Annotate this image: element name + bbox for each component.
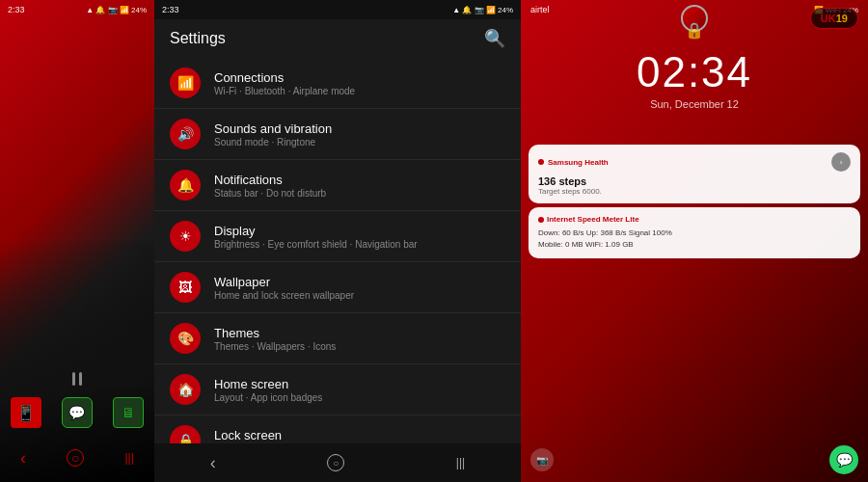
notification-cards: Samsung Health › 136 steps Target steps …: [529, 145, 860, 258]
display-title: Display: [214, 224, 418, 238]
connections-subtitle: Wi-Fi · Bluetooth · Airplane mode: [214, 86, 355, 96]
homescreen-title: Home screen: [214, 377, 322, 391]
wallpaper-subtitle: Home and lock screen wallpaper: [214, 290, 354, 301]
display-subtitle: Brightness · Eye comfort shield · Naviga…: [214, 239, 418, 250]
connections-icon: 📶: [170, 67, 201, 98]
middle-status-icons: ▲ 🔔 📷 📶 24%: [452, 6, 513, 14]
settings-title: Settings: [170, 30, 226, 47]
health-target: Target steps 6000.: [538, 187, 851, 196]
right-bottom-icons: 📷 💬: [521, 445, 868, 474]
clock-time: 02:34: [521, 48, 868, 96]
connections-text: Connections Wi-Fi · Bluetooth · Airplane…: [214, 70, 355, 96]
left-time: 2:33: [8, 5, 25, 14]
health-steps: 136 steps: [538, 175, 851, 187]
clock-date: Sun, December 12: [521, 98, 868, 110]
lock-screen-icon: 🔒: [685, 21, 704, 40]
notif-health-header: Samsung Health ›: [538, 152, 851, 172]
left-status-bar: 2:33 ▲ 🔔 📷 📶 24%: [0, 0, 154, 19]
homescreen-icon: 🏠: [170, 374, 201, 405]
middle-home-icon[interactable]: ○: [327, 454, 344, 471]
sounds-icon: 🔊: [170, 119, 201, 149]
notifications-icon: 🔔: [170, 170, 201, 201]
carrier-label: airtel: [530, 5, 550, 14]
settings-item-wallpaper[interactable]: 🖼 Wallpaper Home and lock screen wallpap…: [154, 262, 521, 313]
themes-text: Themes Themes · Wallpapers · Icons: [214, 326, 336, 352]
settings-item-lockscreen[interactable]: 🔒 Lock screen Screen lock type · Always …: [154, 415, 521, 443]
lockscreen-title: Lock screen: [214, 428, 373, 442]
settings-item-sounds[interactable]: 🔊 Sounds and vibration Sound mode · Ring…: [154, 109, 521, 160]
middle-nav-bar: ‹ ○ |||: [154, 443, 521, 482]
sounds-text: Sounds and vibration Sound mode · Ringto…: [214, 121, 332, 147]
notif-card-health: Samsung Health › 136 steps Target steps …: [529, 145, 860, 203]
themes-title: Themes: [214, 326, 336, 340]
wallpaper-text: Wallpaper Home and lock screen wallpaper: [214, 275, 354, 301]
lockscreen-text: Lock screen Screen lock type · Always On…: [214, 428, 373, 444]
notifications-text: Notifications Status bar · Do not distur…: [214, 173, 326, 199]
left-status-icons: ▲ 🔔 📷 📶 24%: [86, 6, 147, 14]
settings-item-themes[interactable]: 🎨 Themes Themes · Wallpapers · Icons: [154, 313, 521, 364]
homescreen-subtitle: Layout · App icon badges: [214, 392, 322, 403]
left-recents-icon[interactable]: |||: [125, 451, 134, 465]
right-panel: airtel 📶 WiFi 24% UK19 🔒 02:34 Sun, Dece…: [521, 0, 868, 482]
display-icon: ☀: [170, 221, 201, 252]
settings-item-connections[interactable]: 📶 Connections Wi-Fi · Bluetooth · Airpla…: [154, 58, 521, 109]
speed-line1: Down: 60 B/s Up: 368 B/s Signal 100%: [538, 228, 851, 239]
left-dots: [72, 372, 82, 386]
tablet-app-icon[interactable]: 📱: [11, 397, 41, 428]
sounds-title: Sounds and vibration: [214, 121, 332, 136]
lockscreen-icon: 🔒: [170, 425, 201, 443]
clock-area: 02:34 Sun, December 12: [521, 48, 868, 110]
display-text: Display Brightness · Eye comfort shield …: [214, 224, 418, 250]
middle-status-bar: 2:33 ▲ 🔔 📷 📶 24%: [154, 0, 521, 19]
desktop-app-icon[interactable]: 🖥: [113, 397, 144, 428]
speed-line2: Mobile: 0 MB WiFi: 1.09 GB: [538, 239, 851, 251]
middle-back-icon[interactable]: ‹: [210, 453, 216, 473]
middle-time: 2:33: [162, 5, 179, 14]
health-app-name: Samsung Health: [548, 158, 609, 167]
wallpaper-icon: 🖼: [170, 272, 201, 303]
settings-item-display[interactable]: ☀ Display Brightness · Eye comfort shiel…: [154, 211, 521, 262]
settings-panel: 2:33 ▲ 🔔 📷 📶 24% Settings 🔍 📶 Connection…: [154, 0, 521, 482]
notif-speed-header: Internet Speed Meter Lite: [538, 215, 851, 224]
homescreen-text: Home screen Layout · App icon badges: [214, 377, 322, 403]
connections-title: Connections: [214, 70, 355, 85]
notifications-title: Notifications: [214, 173, 326, 187]
notifications-subtitle: Status bar · Do not disturb: [214, 188, 326, 199]
search-icon[interactable]: 🔍: [484, 28, 505, 49]
left-bottom-apps[interactable]: 📱 💬 🖥: [0, 393, 154, 432]
settings-list: 📶 Connections Wi-Fi · Bluetooth · Airpla…: [154, 58, 521, 443]
settings-header: Settings 🔍: [154, 19, 521, 58]
watermark: UK19: [810, 8, 858, 29]
themes-subtitle: Themes · Wallpapers · Icons: [214, 341, 336, 352]
themes-icon: 🎨: [170, 323, 201, 354]
notif-card-speed: Internet Speed Meter Lite Down: 60 B/s U…: [529, 207, 860, 258]
middle-recents-icon[interactable]: |||: [456, 456, 465, 469]
health-dot: [538, 159, 544, 165]
chat-app-icon[interactable]: 💬: [62, 397, 93, 428]
left-home-icon[interactable]: ○: [67, 449, 84, 467]
camera-quick-icon[interactable]: 📷: [530, 448, 554, 471]
wallpaper-title: Wallpaper: [214, 275, 354, 289]
sounds-subtitle: Sound mode · Ringtone: [214, 137, 332, 147]
settings-item-homescreen[interactable]: 🏠 Home screen Layout · App icon badges: [154, 364, 521, 415]
notif-health-app: Samsung Health: [538, 158, 609, 167]
left-back-icon[interactable]: ‹: [20, 448, 26, 469]
left-panel: 2:33 ▲ 🔔 📷 📶 24% 📱 💬 🖥 ‹ ○ |||: [0, 0, 154, 482]
left-nav-bar: ‹ ○ |||: [0, 434, 154, 482]
whatsapp-icon[interactable]: 💬: [829, 445, 858, 474]
notif-speed-content: Down: 60 B/s Up: 368 B/s Signal 100% Mob…: [538, 228, 851, 251]
speed-app-name: Internet Speed Meter Lite: [547, 215, 639, 224]
health-action-btn[interactable]: ›: [831, 152, 851, 172]
watermark-prefix: UK: [821, 13, 836, 24]
speed-dot: [538, 217, 544, 223]
settings-item-notifications[interactable]: 🔔 Notifications Status bar · Do not dist…: [154, 160, 521, 211]
watermark-number: 19: [836, 13, 848, 24]
